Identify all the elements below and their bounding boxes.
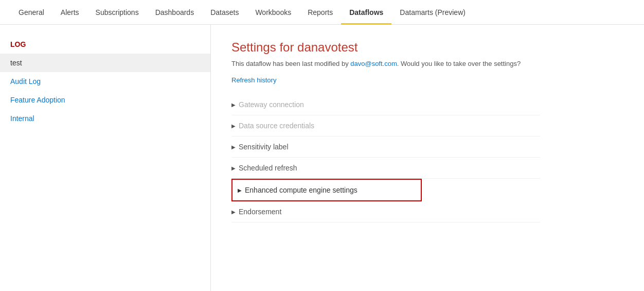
chevron-right-icon: ▶ (231, 123, 236, 129)
accordion-gateway-label: Gateway connection (239, 100, 304, 109)
sidebar-item-test[interactable]: test (0, 54, 210, 72)
chevron-right-icon: ▶ (231, 102, 236, 108)
sidebar: LOG test Audit Log Feature Adoption Inte… (0, 25, 211, 291)
sidebar-item-internal[interactable]: Internal (0, 109, 210, 128)
accordion-enhanced-compute[interactable]: ▶ Enhanced compute engine settings (231, 179, 422, 201)
main-layout: LOG test Audit Log Feature Adoption Inte… (0, 25, 644, 291)
nav-subscriptions[interactable]: Subscriptions (87, 0, 147, 25)
accordion-enhanced-text: Enhanced compute engine settings (245, 186, 357, 194)
subtitle-text: This dataflow has been last modified by … (231, 60, 623, 67)
sidebar-item-log[interactable]: LOG (0, 35, 210, 54)
chevron-right-icon: ▶ (231, 165, 236, 171)
subtitle-email-link[interactable]: davo@soft.com (350, 60, 397, 67)
accordion-endorsement[interactable]: ▶ Endorsement (231, 201, 540, 222)
main-content: Settings for danavotest This dataflow ha… (211, 25, 644, 291)
nav-workbooks[interactable]: Workbooks (247, 0, 299, 25)
top-navigation: General Alerts Subscriptions Dashboards … (0, 0, 644, 25)
accordion-sensitivity-label[interactable]: ▶ Sensitivity label (231, 136, 540, 158)
chevron-right-icon: ▶ (231, 209, 236, 215)
subtitle-before: This dataflow has been last modified by (231, 60, 350, 67)
sidebar-item-feature-adoption[interactable]: Feature Adoption (0, 91, 210, 109)
accordion-sensitivity-text: Sensitivity label (239, 143, 289, 151)
accordion-scheduled-refresh[interactable]: ▶ Scheduled refresh (231, 158, 540, 179)
nav-alerts[interactable]: Alerts (52, 0, 87, 25)
nav-datamarts[interactable]: Datamarts (Preview) (391, 0, 474, 25)
nav-general[interactable]: General (10, 0, 52, 25)
nav-dashboards[interactable]: Dashboards (147, 0, 203, 25)
nav-datasets[interactable]: Datasets (202, 0, 247, 25)
subtitle-after: . Would you like to take over the settin… (397, 60, 521, 67)
refresh-history-link[interactable]: Refresh history (231, 76, 276, 84)
accordion-gateway-connection[interactable]: ▶ Gateway connection (231, 94, 540, 115)
page-title: Settings for danavotest (231, 40, 623, 55)
sidebar-item-audit-log[interactable]: Audit Log (0, 72, 210, 91)
nav-dataflows[interactable]: Dataflows (341, 0, 391, 25)
nav-reports[interactable]: Reports (299, 0, 341, 25)
accordion-scheduled-text: Scheduled refresh (239, 164, 297, 172)
chevron-right-icon: ▶ (231, 144, 236, 150)
accordion-datasource-label: Data source credentials (239, 122, 314, 130)
accordion-endorsement-text: Endorsement (239, 208, 281, 216)
chevron-right-icon: ▶ (238, 187, 242, 193)
accordion-data-source-credentials[interactable]: ▶ Data source credentials (231, 115, 540, 136)
